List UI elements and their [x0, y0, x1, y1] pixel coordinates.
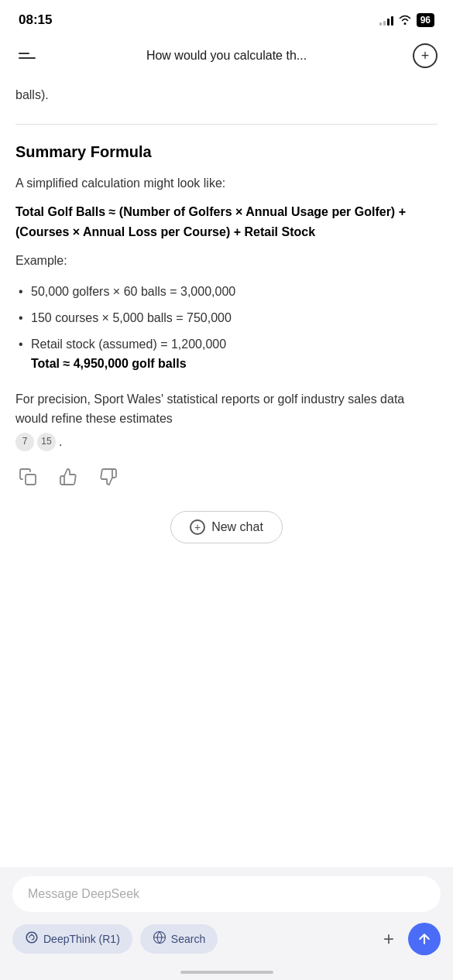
new-chat-plus-icon: +: [190, 519, 205, 535]
menu-icon[interactable]: [15, 50, 40, 62]
add-attachment-button[interactable]: +: [377, 925, 400, 953]
status-icons: 96: [379, 13, 434, 27]
bottom-actions-row: DeepThink (R1) Search +: [12, 923, 441, 955]
thumbs-up-button[interactable]: [56, 464, 81, 489]
message-input-placeholder[interactable]: Message DeepSeek: [12, 876, 441, 912]
bullet-item-2: 150 courses × 5,000 balls = 750,000: [15, 305, 438, 331]
intro-text: A simplified calculation might look like…: [15, 173, 438, 194]
plus-icon: +: [383, 928, 394, 949]
deepthink-icon: [25, 930, 39, 947]
new-chat-container: + New chat: [15, 505, 438, 562]
bottom-input-area: Message DeepSeek DeepThink (R1) Search: [0, 867, 453, 980]
header-title: How would you calculate th...: [40, 49, 413, 63]
divider: [15, 124, 438, 125]
section-title: Summary Formula: [15, 143, 438, 161]
header: How would you calculate th...: [0, 37, 453, 77]
thumbs-down-button[interactable]: [96, 464, 121, 489]
total-line: Total ≈ 4,950,000 golf balls: [31, 357, 187, 370]
bullet-item-1: 50,000 golfers × 60 balls = 3,000,000: [15, 279, 438, 305]
status-time: 08:15: [19, 12, 52, 28]
footnote-badge-1: 7: [15, 433, 34, 451]
svg-rect-0: [26, 475, 36, 485]
deepthink-label: DeepThink (R1): [43, 933, 120, 945]
formula-text: Total Golf Balls ≈ (Number of Golfers × …: [15, 202, 438, 242]
home-indicator: [180, 971, 273, 974]
copy-button[interactable]: [15, 464, 40, 489]
search-button[interactable]: Search: [140, 924, 218, 954]
bullet-list: 50,000 golfers × 60 balls = 3,000,000 15…: [15, 279, 438, 376]
deepthink-button[interactable]: DeepThink (R1): [12, 924, 132, 954]
example-label: Example:: [15, 254, 438, 268]
content-area: balls). Summary Formula A simplified cal…: [0, 77, 453, 562]
bullet-item-3: Retail stock (assumed) = 1,200,000 Total…: [15, 331, 438, 377]
status-bar: 08:15 96: [0, 0, 453, 37]
search-label: Search: [171, 933, 205, 945]
continuation-text: balls).: [15, 77, 438, 118]
footnote-badge-2: 15: [37, 433, 56, 451]
signal-icon: [379, 15, 393, 26]
wifi-icon: [398, 14, 412, 27]
new-chat-label: New chat: [211, 520, 263, 534]
battery-indicator: 96: [417, 13, 434, 27]
new-chat-button[interactable]: + New chat: [170, 511, 283, 543]
send-icon: [417, 931, 432, 947]
send-button[interactable]: [408, 923, 441, 955]
new-chat-header-button[interactable]: [413, 43, 438, 68]
action-row: [15, 452, 438, 505]
search-globe-icon: [153, 930, 166, 947]
footnote-text: For precision, Sport Wales' statistical …: [15, 389, 438, 452]
